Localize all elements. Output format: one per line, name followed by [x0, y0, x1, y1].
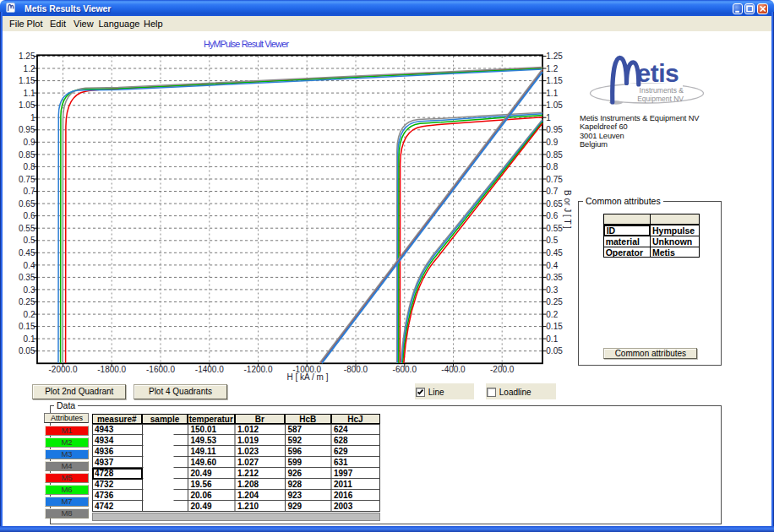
svg-text:0.6: 0.6: [24, 211, 35, 220]
svg-text:-1600.0: -1600.0: [146, 365, 175, 374]
svg-text:1.05: 1.05: [546, 100, 563, 110]
svg-text:0.05: 0.05: [546, 346, 563, 356]
svg-text:B or J [ T ]: B or J [ T ]: [563, 190, 572, 229]
svg-text:0.55: 0.55: [546, 224, 563, 233]
svg-text:0.35: 0.35: [19, 273, 35, 282]
svg-text:0.5: 0.5: [546, 236, 558, 245]
svg-text:1.15: 1.15: [19, 76, 35, 85]
svg-text:0.1: 0.1: [24, 334, 35, 344]
svg-text:1.2: 1.2: [546, 64, 558, 73]
svg-text:Equipment NV: Equipment NV: [637, 95, 684, 103]
svg-text:0.85: 0.85: [19, 150, 35, 160]
svg-text:-400.0: -400.0: [441, 365, 466, 374]
svg-text:0.4: 0.4: [24, 261, 35, 270]
svg-text:1.1: 1.1: [546, 89, 558, 98]
svg-text:0.25: 0.25: [546, 297, 563, 307]
svg-text:H [ kA / m ]: H [ kA / m ]: [287, 372, 329, 382]
svg-text:0.95: 0.95: [19, 125, 35, 134]
svg-text:0.2: 0.2: [546, 310, 558, 319]
svg-text:0.05: 0.05: [19, 346, 35, 356]
svg-text:1: 1: [30, 113, 35, 122]
svg-text:1: 1: [546, 113, 551, 122]
svg-text:0.65: 0.65: [19, 199, 35, 209]
svg-text:-2000.0: -2000.0: [49, 365, 78, 374]
svg-text:0.6: 0.6: [546, 211, 558, 220]
svg-text:0.75: 0.75: [546, 175, 563, 184]
svg-text:0.5: 0.5: [24, 236, 35, 245]
svg-text:0.9: 0.9: [546, 138, 558, 147]
svg-text:-200.0: -200.0: [490, 365, 515, 374]
svg-text:1.25: 1.25: [546, 52, 563, 61]
svg-text:0.15: 0.15: [19, 322, 35, 331]
svg-text:-600.0: -600.0: [393, 365, 417, 374]
svg-text:0.95: 0.95: [546, 125, 563, 134]
svg-text:-1800.0: -1800.0: [97, 365, 126, 374]
svg-text:0.45: 0.45: [546, 248, 563, 258]
svg-text:-800.0: -800.0: [344, 365, 368, 374]
svg-text:0.7: 0.7: [546, 187, 558, 196]
svg-text:0.35: 0.35: [546, 273, 563, 282]
svg-text:-1200.0: -1200.0: [244, 365, 273, 374]
svg-text:0.9: 0.9: [24, 138, 35, 147]
svg-text:0.55: 0.55: [19, 224, 35, 233]
svg-text:0.8: 0.8: [24, 162, 35, 171]
svg-text:1.1: 1.1: [24, 89, 35, 98]
svg-text:0.3: 0.3: [546, 285, 558, 295]
svg-text:1.05: 1.05: [19, 100, 35, 110]
svg-text:0.85: 0.85: [546, 150, 563, 160]
svg-text:0.65: 0.65: [546, 199, 563, 209]
svg-text:0.75: 0.75: [19, 175, 35, 184]
svg-text:Instruments &: Instruments &: [640, 86, 684, 95]
svg-text:0.15: 0.15: [546, 322, 563, 331]
svg-text:-1400.0: -1400.0: [195, 365, 224, 374]
svg-text:0.4: 0.4: [546, 261, 558, 270]
svg-text:etis: etis: [637, 59, 679, 87]
svg-text:1.2: 1.2: [24, 64, 35, 73]
svg-text:HyMPulse Result Viewer: HyMPulse Result Viewer: [204, 39, 289, 49]
svg-text:1.25: 1.25: [19, 52, 35, 61]
svg-text:0.1: 0.1: [546, 334, 558, 344]
svg-text:0.3: 0.3: [24, 285, 35, 295]
svg-text:0.7: 0.7: [24, 187, 35, 196]
svg-text:0.8: 0.8: [546, 162, 558, 171]
svg-text:0.45: 0.45: [19, 248, 35, 258]
svg-text:1.15: 1.15: [546, 76, 563, 85]
svg-text:0.2: 0.2: [24, 310, 35, 319]
svg-text:0.25: 0.25: [19, 297, 35, 307]
